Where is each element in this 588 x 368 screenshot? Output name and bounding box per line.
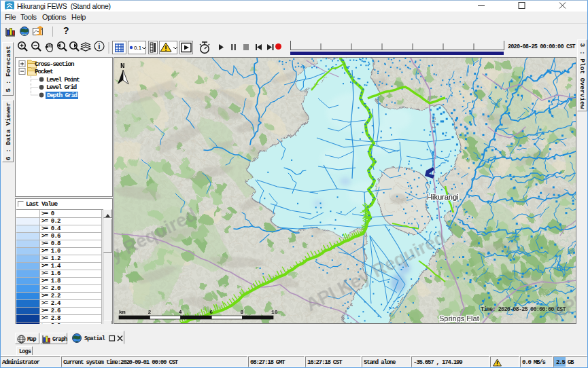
svg-text:10: 10 bbox=[271, 309, 278, 315]
svg-text:N: N bbox=[120, 62, 125, 70]
svg-text:Springs Flat: Springs Flat bbox=[439, 314, 479, 323]
svg-text:i: i bbox=[99, 43, 101, 50]
svg-text:6: 6 bbox=[209, 309, 213, 315]
svg-text:4: 4 bbox=[179, 309, 182, 315]
svg-text:0.1: 0.1 bbox=[134, 45, 142, 51]
svg-text:Time: 2020-08-25 00:00:00 CST: Time: 2020-08-25 00:00:00 CST bbox=[481, 306, 566, 313]
svg-text:2: 2 bbox=[148, 309, 151, 315]
svg-text:km: km bbox=[119, 309, 126, 315]
svg-text:8: 8 bbox=[241, 309, 244, 315]
svg-text:SH 1: SH 1 bbox=[431, 117, 437, 129]
svg-text:Hikurangi: Hikurangi bbox=[427, 193, 458, 201]
